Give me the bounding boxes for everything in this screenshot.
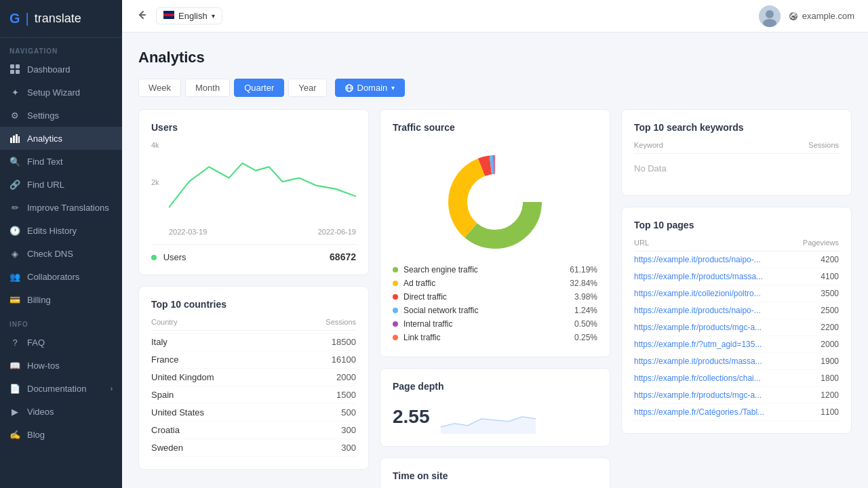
topbar: English ▾ example.com: [122, 0, 868, 33]
quarter-button[interactable]: Quarter: [234, 79, 284, 97]
countries-card-title: Top 10 countries: [151, 299, 356, 310]
topbar-right: example.com: [759, 5, 854, 27]
time-filter: Week Month Quarter Year Domain ▾: [138, 79, 852, 97]
sidebar-item-check-dns[interactable]: ◈ Check DNS: [0, 242, 122, 265]
users-dot: [151, 255, 157, 260]
sidebar-item-how-tos[interactable]: 📖 How-tos: [0, 354, 122, 377]
legend-item: Ad traffic 32.84%: [393, 277, 597, 290]
week-button[interactable]: Week: [138, 79, 181, 97]
sidebar-item-edits-history[interactable]: 🕐 Edits History: [0, 219, 122, 242]
depth-mini-chart: [441, 400, 536, 434]
page-views: 1800: [821, 373, 839, 383]
legend-pct: 3.98%: [574, 292, 597, 302]
svg-rect-5: [13, 136, 15, 143]
page-url[interactable]: https://example.it/collezioni/poltro...: [634, 289, 761, 298]
domain-button[interactable]: Domain ▾: [335, 79, 406, 97]
page-url[interactable]: https://example.fr/collections/chai...: [634, 373, 761, 383]
sidebar-item-collaborators[interactable]: 👥 Collaborators: [0, 265, 122, 288]
page-url[interactable]: https://example.fr/Catégories./Tabl...: [634, 407, 764, 417]
sidebar-item-documentation[interactable]: 📄 Documentation ›: [0, 377, 122, 400]
sidebar-item-videos[interactable]: ▶ Videos: [0, 400, 122, 423]
legend-label: Link traffic: [403, 333, 440, 342]
sidebar-item-improve-translations[interactable]: ✏ Improve Translations: [0, 196, 122, 219]
sessions-value: 2000: [336, 372, 356, 382]
legend-dot: [393, 308, 398, 313]
page-url[interactable]: https://example.fr/products/massa...: [634, 272, 763, 281]
sidebar-item-settings[interactable]: ⚙ Settings: [0, 104, 122, 127]
avatar[interactable]: [759, 5, 781, 27]
sidebar-item-faq[interactable]: ? FAQ: [0, 331, 122, 354]
legend-dot: [393, 294, 398, 300]
domain-label: example.com: [802, 11, 854, 21]
nav-section-label: NAVIGATION: [0, 38, 122, 58]
question-icon: ?: [9, 337, 20, 348]
page-views: 2500: [821, 306, 839, 315]
table-row: United Kingdom 2000: [151, 369, 356, 386]
sidebar-item-find-text[interactable]: 🔍 Find Text: [0, 150, 122, 173]
col-pageviews-header: Pageviews: [803, 239, 839, 247]
users-chart: 4k 2k 2022-03-19 2022-06-19: [151, 141, 356, 236]
legend-pct: 1.24%: [574, 306, 597, 315]
month-button[interactable]: Month: [185, 79, 230, 97]
legend-pct: 32.84%: [570, 279, 597, 288]
donut-chart: [393, 141, 597, 263]
page-url[interactable]: https://example.it/products/naipo-...: [634, 306, 761, 315]
sidebar-item-dashboard[interactable]: Dashboard: [0, 58, 122, 81]
legend-label: Search engine traffic: [403, 265, 478, 274]
y-label-2k: 2k: [151, 178, 159, 186]
sessions-value: 300: [341, 443, 356, 453]
sidebar-item-setup-wizard[interactable]: ✦ Setup Wizard: [0, 81, 122, 104]
gear-icon: ⚙: [9, 110, 20, 121]
legend-pct: 0.25%: [574, 333, 597, 342]
doc-icon: 📄: [9, 383, 20, 394]
page-views: 2000: [821, 340, 839, 349]
page-url[interactable]: https://example.fr/products/mgc-a...: [634, 323, 762, 332]
page-url[interactable]: https://example.fr/products/mgc-a...: [634, 390, 762, 400]
page-url[interactable]: https://example.it/products/massa...: [634, 357, 762, 366]
table-row: Italy 18500: [151, 333, 356, 351]
traffic-card-title: Traffic source: [393, 122, 597, 133]
users-count: 68672: [330, 251, 356, 262]
x-label-start: 2022-03-19: [169, 228, 207, 236]
page-url[interactable]: https://example.fr/?utm_agid=135...: [634, 340, 762, 349]
sidebar-item-label: Find URL: [27, 180, 64, 190]
sidebar-item-find-url[interactable]: 🔗 Find URL: [0, 173, 122, 196]
sessions-value: 16100: [332, 354, 356, 365]
logo-separator: |: [26, 11, 29, 26]
language-selector[interactable]: English ▾: [156, 7, 222, 24]
year-button[interactable]: Year: [288, 79, 326, 97]
svg-rect-3: [16, 70, 20, 74]
back-button[interactable]: [136, 9, 148, 24]
countries-header: Country Sessions: [151, 318, 356, 331]
svg-rect-0: [10, 64, 14, 68]
sidebar-item-label: Edits History: [27, 226, 77, 236]
legend-label: Ad traffic: [403, 279, 435, 288]
svg-rect-4: [10, 138, 12, 143]
search-icon: 🔍: [9, 156, 20, 167]
logo-icon: G: [9, 11, 20, 26]
page-url[interactable]: https://example.it/products/naipo-...: [634, 255, 761, 264]
page-views: 4200: [821, 255, 839, 264]
sidebar-item-label: Check DNS: [27, 249, 73, 259]
sidebar-item-label: Settings: [27, 110, 59, 121]
depth-value: 2.55: [393, 406, 430, 428]
page-views: 1200: [821, 390, 839, 400]
sidebar-item-label: Dashboard: [27, 64, 71, 75]
sidebar-item-label: Blog: [27, 430, 45, 440]
flag-icon: [163, 11, 174, 21]
col-url-header: URL: [634, 239, 649, 247]
page-views: 1900: [821, 357, 839, 366]
sidebar-item-billing[interactable]: 💳 Billing: [0, 288, 122, 311]
sidebar-item-label: Setup Wizard: [27, 87, 80, 98]
table-row: France 16100: [151, 351, 356, 369]
wand-icon: ✦: [9, 87, 20, 98]
sidebar-item-blog[interactable]: ✍ Blog: [0, 423, 122, 446]
table-row: https://example.it/collezioni/poltro... …: [634, 285, 839, 302]
table-row: https://example.fr/products/mgc-a... 220…: [634, 319, 839, 336]
page-views: 2200: [821, 323, 839, 332]
domain-btn-label: Domain: [357, 83, 388, 93]
pages-header: URL Pageviews: [634, 239, 839, 251]
sidebar-item-analytics[interactable]: Analytics: [0, 127, 122, 150]
table-row: Spain 1500: [151, 386, 356, 404]
sidebar-item-label: Analytics: [27, 134, 62, 144]
